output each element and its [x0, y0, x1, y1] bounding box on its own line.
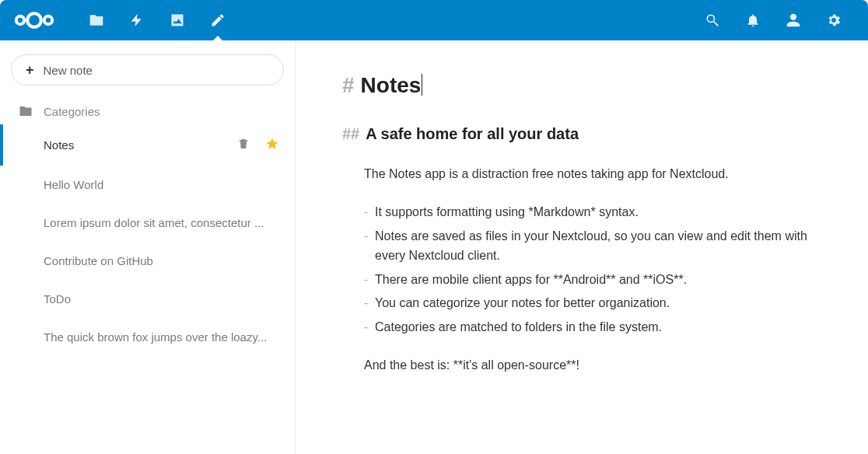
- heading-2-line: ## A safe home for all your data: [342, 122, 831, 146]
- settings-icon[interactable]: [814, 0, 854, 40]
- note-item-lorem[interactable]: Lorem ipsum dolor sit amet, consectetur …: [0, 204, 295, 242]
- note-intro-paragraph: The Notes app is a distraction free note…: [364, 165, 831, 184]
- new-note-button[interactable]: + New note: [11, 54, 284, 86]
- svg-point-2: [44, 16, 52, 24]
- nextcloud-logo[interactable]: [14, 11, 54, 30]
- top-nav-right: [692, 0, 854, 40]
- note-bullet: Categories are matched to folders in the…: [364, 318, 831, 337]
- md-h1-marker: #: [342, 68, 355, 102]
- plus-icon: +: [26, 63, 34, 77]
- note-title: Lorem ipsum dolor sit amet, consectetur …: [44, 216, 284, 229]
- new-note-label: New note: [44, 64, 93, 77]
- note-editor[interactable]: # Notes ## A safe home for all your data…: [296, 40, 868, 454]
- note-closing-paragraph: And the best is: **it's all open-source*…: [364, 356, 831, 375]
- note-bullet: Notes are saved as files in your Nextclo…: [364, 227, 831, 266]
- heading-1-line: # Notes: [342, 68, 831, 102]
- top-nav-left: [76, 0, 238, 40]
- star-icon[interactable]: [265, 137, 279, 153]
- note-title: Notes: [44, 138, 231, 152]
- note-item-contribute[interactable]: Contribute on GitHub: [0, 242, 295, 280]
- note-bullet: It supports formatting using *Markdown* …: [364, 203, 831, 222]
- contacts-icon[interactable]: [773, 0, 814, 40]
- categories-label: Categories: [44, 105, 100, 118]
- nav-files-icon[interactable]: [76, 0, 117, 40]
- search-icon[interactable]: [692, 0, 733, 40]
- app-root: + New note Categories Notes Hello World …: [0, 0, 868, 454]
- folder-icon: [19, 104, 33, 118]
- note-title: The quick brown fox jumps over the loazy…: [44, 330, 284, 344]
- note-bullet: There are mobile client apps for **Andro…: [364, 271, 831, 290]
- notifications-icon[interactable]: [733, 0, 773, 40]
- note-actions: [237, 137, 284, 153]
- note-heading-1: Notes: [361, 68, 423, 102]
- note-title: ToDo: [44, 292, 284, 306]
- note-item-hello-world[interactable]: Hello World: [0, 166, 295, 204]
- nav-photos-icon[interactable]: [157, 0, 198, 40]
- note-heading-2: A safe home for all your data: [366, 122, 579, 146]
- nav-notes-icon[interactable]: [198, 0, 238, 40]
- main-area: + New note Categories Notes Hello World …: [0, 40, 868, 454]
- note-bullet: You can categorize your notes for better…: [364, 294, 831, 313]
- svg-point-0: [27, 13, 41, 27]
- note-item-quickfox[interactable]: The quick brown fox jumps over the loazy…: [0, 318, 295, 356]
- md-h2-marker: ##: [342, 122, 359, 146]
- svg-point-1: [16, 16, 24, 24]
- top-app-bar: [0, 0, 868, 40]
- note-title: Contribute on GitHub: [44, 254, 284, 267]
- categories-toggle[interactable]: Categories: [0, 93, 295, 124]
- trash-icon[interactable]: [237, 137, 250, 153]
- note-item-notes[interactable]: Notes: [0, 124, 295, 166]
- sidebar: + New note Categories Notes Hello World …: [0, 40, 296, 454]
- note-list: Notes Hello World Lorem ipsum dolor sit …: [0, 124, 295, 356]
- note-title: Hello World: [44, 178, 284, 191]
- nav-activity-icon[interactable]: [117, 0, 157, 40]
- note-body: The Notes app is a distraction free note…: [342, 165, 831, 375]
- note-bullet-list: It supports formatting using *Markdown* …: [364, 203, 831, 337]
- note-item-todo[interactable]: ToDo: [0, 280, 295, 318]
